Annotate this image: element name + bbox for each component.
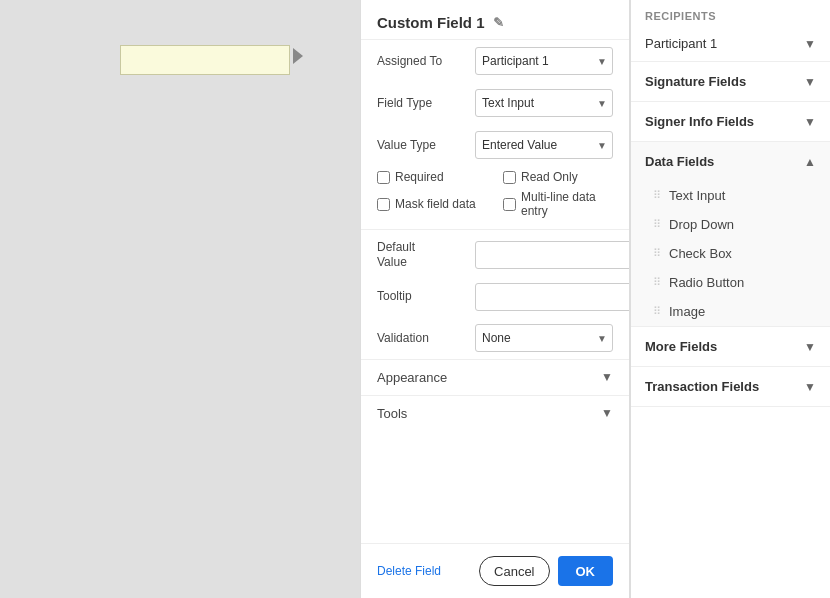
validation-wrapper: None Number Email Zip Code ▼ — [475, 324, 613, 352]
readonly-label: Read Only — [521, 170, 578, 184]
signature-fields-title: Signature Fields — [645, 74, 746, 89]
tooltip-input[interactable] — [475, 283, 630, 311]
radio-button-label: Radio Button — [669, 275, 744, 290]
panel-title: Custom Field 1 ✎ — [377, 14, 613, 31]
tools-row[interactable]: Tools ▼ — [361, 395, 629, 431]
default-value-input[interactable] — [475, 241, 630, 269]
recipients-section: RECIPIENTS Participant 1 ▼ — [631, 0, 830, 62]
drop-down-label: Drop Down — [669, 217, 734, 232]
edit-icon[interactable]: ✎ — [493, 15, 504, 30]
required-label: Required — [395, 170, 444, 184]
tooltip-label: Tooltip — [377, 289, 467, 305]
sidebar-item-radio-button[interactable]: ⠿ Radio Button — [631, 268, 830, 297]
transaction-fields-title: Transaction Fields — [645, 379, 759, 394]
signer-info-header[interactable]: Signer Info Fields ▼ — [631, 102, 830, 141]
value-type-row: Value Type Entered Value Pre-filled Valu… — [361, 124, 629, 166]
ok-button[interactable]: OK — [558, 556, 614, 586]
more-fields-header[interactable]: More Fields ▼ — [631, 327, 830, 366]
multiline-checkbox-item[interactable]: Multi-line data entry — [503, 190, 613, 219]
sidebar-item-image[interactable]: ⠿ Image — [631, 297, 830, 326]
participant-name: Participant 1 — [645, 36, 717, 51]
validation-select[interactable]: None Number Email Zip Code — [475, 324, 613, 352]
assigned-to-wrapper: Participant 1 Participant 2 ▼ — [475, 47, 613, 75]
signature-fields-section: Signature Fields ▼ — [631, 62, 830, 102]
participant-row[interactable]: Participant 1 ▼ — [631, 26, 830, 61]
assigned-to-select[interactable]: Participant 1 Participant 2 — [475, 47, 613, 75]
more-fields-section: More Fields ▼ — [631, 327, 830, 367]
divider-1 — [361, 229, 629, 230]
signature-fields-chevron: ▼ — [804, 75, 816, 89]
appearance-label: Appearance — [377, 370, 447, 385]
sidebar-item-check-box[interactable]: ⠿ Check Box — [631, 239, 830, 268]
more-fields-title: More Fields — [645, 339, 717, 354]
sidebar-item-text-input[interactable]: ⠿ Text Input — [631, 181, 830, 210]
checkboxes-row-1: Required Read Only — [361, 166, 629, 188]
drag-handle-text-input: ⠿ — [653, 189, 661, 202]
footer-buttons: Cancel OK — [479, 556, 613, 586]
mask-label: Mask field data — [395, 197, 476, 211]
data-fields-chevron: ▲ — [804, 155, 816, 169]
text-input-label: Text Input — [669, 188, 725, 203]
panel-header: Custom Field 1 ✎ — [361, 0, 629, 40]
field-type-label: Field Type — [377, 96, 467, 110]
data-fields-section: Data Fields ▲ ⠿ Text Input ⠿ Drop Down ⠿… — [631, 142, 830, 327]
right-sidebar: RECIPIENTS Participant 1 ▼ Signature Fie… — [630, 0, 830, 598]
panel-footer: Delete Field Cancel OK — [361, 543, 629, 598]
multiline-label: Multi-line data entry — [521, 190, 596, 219]
tooltip-row: Tooltip — [361, 277, 629, 317]
appearance-chevron: ▼ — [601, 370, 613, 384]
field-type-select[interactable]: Text Input Drop Down Check Box Radio But… — [475, 89, 613, 117]
validation-row: Validation None Number Email Zip Code ▼ — [361, 317, 629, 359]
signer-info-chevron: ▼ — [804, 115, 816, 129]
tools-label: Tools — [377, 406, 407, 421]
field-type-row: Field Type Text Input Drop Down Check Bo… — [361, 82, 629, 124]
checkboxes-row-2: Mask field data Multi-line data entry — [361, 188, 629, 225]
default-value-row: DefaultValue — [361, 234, 629, 277]
custom-field-title: Custom Field 1 — [377, 14, 485, 31]
readonly-checkbox-item[interactable]: Read Only — [503, 170, 613, 184]
check-box-label: Check Box — [669, 246, 732, 261]
data-fields-header[interactable]: Data Fields ▲ — [631, 142, 830, 181]
drag-handle-radio-button: ⠿ — [653, 276, 661, 289]
value-type-wrapper: Entered Value Pre-filled Value ▼ — [475, 131, 613, 159]
canvas-area — [0, 0, 360, 598]
sidebar-item-drop-down[interactable]: ⠿ Drop Down — [631, 210, 830, 239]
properties-panel: Custom Field 1 ✎ Assigned To Participant… — [360, 0, 630, 598]
image-label: Image — [669, 304, 705, 319]
drag-handle-image: ⠿ — [653, 305, 661, 318]
required-checkbox-item[interactable]: Required — [377, 170, 487, 184]
value-type-select[interactable]: Entered Value Pre-filled Value — [475, 131, 613, 159]
signature-fields-header[interactable]: Signature Fields ▼ — [631, 62, 830, 101]
mask-checkbox[interactable] — [377, 198, 390, 211]
more-fields-chevron: ▼ — [804, 340, 816, 354]
recipients-label: RECIPIENTS — [631, 0, 830, 26]
field-box[interactable] — [120, 45, 290, 75]
transaction-fields-chevron: ▼ — [804, 380, 816, 394]
participant-chevron: ▼ — [804, 37, 816, 51]
transaction-fields-section: Transaction Fields ▼ — [631, 367, 830, 407]
data-fields-items: ⠿ Text Input ⠿ Drop Down ⠿ Check Box ⠿ R… — [631, 181, 830, 326]
delete-field-link[interactable]: Delete Field — [377, 564, 441, 578]
default-value-label: DefaultValue — [377, 240, 467, 271]
assigned-to-label: Assigned To — [377, 54, 467, 68]
readonly-checkbox[interactable] — [503, 171, 516, 184]
appearance-row[interactable]: Appearance ▼ — [361, 359, 629, 395]
field-type-wrapper: Text Input Drop Down Check Box Radio But… — [475, 89, 613, 117]
signer-info-section: Signer Info Fields ▼ — [631, 102, 830, 142]
multiline-checkbox[interactable] — [503, 198, 516, 211]
cancel-button[interactable]: Cancel — [479, 556, 549, 586]
field-arrow — [293, 48, 303, 64]
data-fields-title: Data Fields — [645, 154, 714, 169]
panel-body: Assigned To Participant 1 Participant 2 … — [361, 40, 629, 543]
tools-chevron: ▼ — [601, 406, 613, 420]
assigned-to-row: Assigned To Participant 1 Participant 2 … — [361, 40, 629, 82]
transaction-fields-header[interactable]: Transaction Fields ▼ — [631, 367, 830, 406]
drag-handle-drop-down: ⠿ — [653, 218, 661, 231]
validation-label: Validation — [377, 331, 467, 345]
drag-handle-check-box: ⠿ — [653, 247, 661, 260]
signer-info-title: Signer Info Fields — [645, 114, 754, 129]
mask-checkbox-item[interactable]: Mask field data — [377, 190, 487, 219]
value-type-label: Value Type — [377, 138, 467, 152]
required-checkbox[interactable] — [377, 171, 390, 184]
